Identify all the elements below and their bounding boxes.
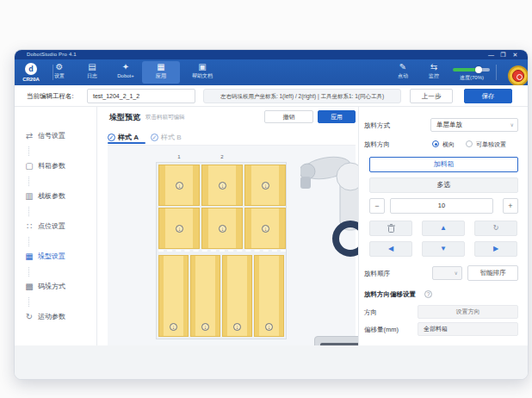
box[interactable]: ↓: [158, 255, 189, 337]
place-point-icon: ↓: [233, 323, 241, 331]
smart-sort-button[interactable]: 智能排序: [467, 265, 518, 281]
count-increment-button[interactable]: +: [503, 198, 518, 214]
place-point-icon: ↓: [201, 323, 209, 331]
emergency-stop-button[interactable]: [508, 65, 529, 86]
place-point-icon: ↓: [176, 225, 183, 233]
pattern-preview-panel: 垛型预览 双击料箱可编辑 撤销 应用 ✓样式 A ✓样式 B 1 2 ↓: [97, 107, 358, 345]
order-select-disabled[interactable]: ∨: [432, 266, 462, 280]
move-right-button[interactable]: ▶: [474, 241, 517, 257]
offset-field[interactable]: 全部料箱: [418, 322, 518, 336]
chevron-down-icon: ∨: [455, 267, 458, 279]
sidebar-item-motion-params[interactable]: ↻ 运动参数: [15, 308, 97, 326]
box[interactable]: ↓: [244, 165, 286, 206]
active-tab-underline: [108, 142, 145, 144]
move-left-button[interactable]: ◀: [369, 241, 412, 257]
radio-horizontal[interactable]: [432, 140, 439, 147]
toolbar-item-help-docs[interactable]: ▣ 帮助文档: [183, 61, 221, 84]
rotate-icon: ↻: [493, 224, 499, 232]
signal-arrows-icon: ⇄: [23, 130, 35, 142]
step-connector: [28, 267, 29, 277]
box[interactable]: ↓: [190, 255, 220, 337]
box[interactable]: ↓: [254, 255, 284, 337]
toolbar-item-dobot-plus[interactable]: ✦ Dobot+: [107, 61, 145, 84]
place-mode-label: 放料方式: [364, 121, 390, 130]
step-connector: [28, 146, 29, 156]
rotate-box-button[interactable]: ↻: [474, 221, 517, 236]
save-button[interactable]: 保存: [464, 89, 512, 103]
dobot-logo-icon: d: [25, 63, 37, 75]
place-point-icon: ↓: [170, 323, 177, 331]
pattern-grid-icon: ▦: [23, 251, 35, 263]
add-box-button[interactable]: 加料箱: [369, 157, 518, 172]
place-order-label: 放料顺序: [364, 270, 390, 278]
check-circle-icon: ✓: [108, 134, 115, 141]
box[interactable]: ↓: [158, 208, 200, 249]
place-point-icon: ↓: [262, 182, 269, 190]
title-bar: DobotStudio Pro 4.1 — ❐ ✕: [15, 50, 528, 59]
place-point-icon: ↓: [262, 225, 269, 233]
help-icon[interactable]: ?: [424, 290, 432, 298]
place-point-icon: ↓: [265, 323, 273, 331]
close-button[interactable]: ✕: [511, 51, 519, 59]
jog-pencil-icon: ✎: [388, 61, 418, 72]
window-footer: [15, 345, 528, 380]
step-connector: [28, 207, 29, 216]
box[interactable]: ↓: [158, 165, 200, 206]
sidebar-item-stacking-method[interactable]: ▩ 码垛方式: [15, 277, 97, 296]
pallet-icon: ▥: [23, 190, 35, 202]
placement-settings-panel: 放料方式 单层单放 ∨ 放料方向 横向 可单独设置 加料箱 多选 − 10 +: [358, 107, 529, 345]
speed-label: 速度(70%): [453, 74, 491, 82]
place-mode-select[interactable]: 单层单放 ∨: [430, 118, 518, 132]
count-input[interactable]: 10: [390, 198, 493, 214]
sidebar-steps: ⇄ 信号设置 ▢ 料箱参数 ▥ 栈板参数 ∷ 点位设置 ▦ 垛型设置: [15, 107, 97, 345]
count-decrement-button[interactable]: −: [369, 198, 385, 214]
preview-hint: 双击料箱可编辑: [145, 114, 185, 121]
move-up-button[interactable]: ▲: [422, 221, 465, 236]
project-bar: 当前编辑工程名: test_1204_2_1_2 左右码垛板用户坐标系: 1(l…: [15, 85, 528, 107]
restore-button[interactable]: ❐: [499, 51, 507, 59]
speed-slider-handle[interactable]: [475, 66, 482, 73]
arrow-left-icon: ◀: [388, 245, 393, 252]
minimize-button[interactable]: —: [487, 51, 495, 59]
points-icon: ∷: [23, 221, 35, 233]
step-connector: [28, 177, 29, 186]
app-window: DobotStudio Pro 4.1 — ❐ ✕ d CR20A ⚙ 设置 ▤…: [14, 49, 529, 380]
toolbar-item-log[interactable]: ▤ 日志: [73, 61, 111, 84]
box[interactable]: ↓: [201, 165, 243, 206]
sidebar-item-signal-settings[interactable]: ⇄ 信号设置: [15, 127, 97, 146]
motion-icon: ↻: [23, 311, 35, 323]
radio-individual[interactable]: [466, 140, 473, 147]
sidebar-item-box-params[interactable]: ▢ 料箱参数: [15, 157, 97, 176]
box[interactable]: ↓: [201, 208, 243, 249]
toolbar-item-jog[interactable]: ✎ 点动: [388, 61, 418, 84]
box[interactable]: ↓: [244, 208, 286, 249]
toolbar-item-monitor[interactable]: ⇆ 监控: [419, 61, 448, 84]
multi-select-button[interactable]: 多选: [369, 177, 518, 193]
move-down-button[interactable]: ▼: [422, 241, 465, 257]
project-name-input[interactable]: test_1204_2_1_2: [87, 89, 195, 103]
trash-icon: [387, 224, 395, 233]
main-toolbar: d CR20A ⚙ 设置 ▤ 日志 ✦ Dobot+ ▦ 应用 ▣ 帮助文档: [15, 59, 528, 85]
sidebar-item-point-settings[interactable]: ∷ 点位设置: [15, 217, 97, 236]
toolbar-item-app[interactable]: ▦ 应用: [142, 61, 180, 84]
stack-cube-icon: ▩: [23, 281, 35, 293]
undo-button[interactable]: 撤销: [264, 110, 313, 123]
project-name-label: 当前编辑工程名:: [27, 92, 74, 101]
sidebar-item-pallet-params[interactable]: ▥ 栈板参数: [15, 187, 97, 206]
screen: DobotStudio Pro 4.1 — ❐ ✕ d CR20A ⚙ 设置 ▤…: [0, 0, 532, 398]
step-connector: [28, 297, 29, 307]
layout-canvas[interactable]: 1 2 ↓ ↓ ↓ ↓ ↓ ↓: [108, 145, 356, 345]
coordinate-info-badge: 左右码垛板用户坐标系: 1(left) / 2(right) | 工具坐标系1:…: [203, 89, 401, 103]
box-number-label: 1: [158, 154, 200, 159]
tab-style-a[interactable]: ✓样式 A: [108, 129, 139, 141]
emergency-stop-icon: [512, 70, 524, 82]
apply-button[interactable]: 应用: [318, 110, 356, 123]
box[interactable]: ↓: [222, 255, 252, 337]
sidebar-item-pattern-settings[interactable]: ▦ 垛型设置: [15, 247, 97, 266]
previous-step-button[interactable]: 上一步: [410, 89, 453, 103]
direction-field[interactable]: 设置方向: [418, 305, 518, 319]
place-point-icon: ↓: [219, 225, 226, 233]
arrow-right-icon: ▶: [493, 245, 498, 252]
tab-style-b[interactable]: ✓样式 B: [151, 129, 182, 141]
delete-box-button[interactable]: [369, 221, 412, 236]
